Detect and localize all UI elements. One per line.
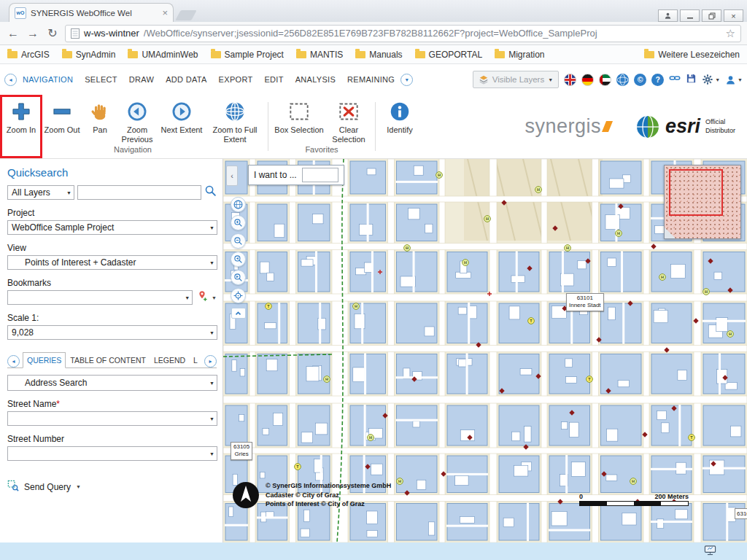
tabs-scroll-right-icon[interactable]: ▸ bbox=[204, 355, 217, 368]
scale-combobox[interactable]: 9,028▼ bbox=[7, 325, 217, 340]
bookmark-folder-geoportal[interactable]: GEOPORTAL bbox=[415, 50, 483, 60]
back-button[interactable]: ← bbox=[6, 27, 20, 40]
flag-germany-icon[interactable] bbox=[581, 74, 594, 86]
project-dropdown[interactable]: WebOffice Sample Project▼ bbox=[7, 220, 217, 235]
tab-analysis[interactable]: ANALYSIS bbox=[295, 75, 336, 84]
zoom-out-button[interactable]: Zoom Out bbox=[41, 95, 83, 135]
user-menu-button[interactable]: ▼ bbox=[725, 74, 743, 85]
bookmark-folder-migration[interactable]: Migration bbox=[495, 50, 544, 60]
box-selection-button[interactable]: Box Selection bbox=[272, 95, 326, 135]
bookmark-folder-umadminweb[interactable]: UMAdminWeb bbox=[128, 50, 198, 60]
street-name-combobox[interactable]: ▼ bbox=[7, 411, 217, 426]
tabs-scroll-left-icon[interactable]: ◂ bbox=[7, 355, 20, 368]
restore-button[interactable] bbox=[702, 9, 721, 22]
bookmark-star-icon[interactable]: ☆ bbox=[726, 27, 735, 40]
quicksearch-input[interactable] bbox=[77, 185, 201, 200]
bookmark-folder-sample-project[interactable]: Sample Project bbox=[211, 50, 284, 60]
bookmark-folder-manuals[interactable]: Manuals bbox=[355, 50, 402, 60]
chevron-down-icon: ▼ bbox=[209, 260, 214, 265]
bookmark-folder-synadmin[interactable]: SynAdmin bbox=[62, 50, 116, 60]
zoom-to-full-extent-button[interactable]: Zoom to Full Extent bbox=[206, 95, 264, 144]
help-icon[interactable]: ? bbox=[651, 74, 664, 86]
folder-icon bbox=[211, 51, 221, 58]
layer-filter-dropdown[interactable]: All Layers▼ bbox=[7, 185, 74, 200]
tab-truncated[interactable]: L bbox=[190, 353, 201, 368]
clear-selection-button[interactable]: Clear Selection bbox=[326, 95, 371, 144]
next-extent-button[interactable]: Next Extent bbox=[158, 95, 206, 135]
chevron-down-icon[interactable]: ▼ bbox=[76, 484, 81, 489]
identify-button[interactable]: Identify bbox=[379, 95, 420, 135]
copyright-icon[interactable]: © bbox=[634, 74, 646, 86]
flag-uae-icon[interactable] bbox=[599, 74, 611, 86]
pan-button[interactable]: Pan bbox=[83, 95, 117, 135]
tab-draw[interactable]: DRAW bbox=[129, 75, 154, 84]
search-icon[interactable] bbox=[204, 184, 217, 200]
flag-uk-icon[interactable] bbox=[564, 74, 576, 86]
zoom-previous-button[interactable]: Zoom Previous bbox=[117, 95, 158, 144]
map-zoom-next-icon[interactable] bbox=[231, 270, 246, 285]
sidebar-collapse-button[interactable]: ‹ bbox=[226, 166, 238, 186]
tab-select[interactable]: SELECT bbox=[85, 75, 117, 84]
queries-panel: Address Search▼ Street Name* ▼ Street Nu… bbox=[7, 368, 217, 494]
next-extent-icon bbox=[171, 100, 192, 123]
profile-button[interactable] bbox=[658, 9, 678, 22]
tab-export[interactable]: EXPORT bbox=[219, 75, 253, 84]
overview-toggle-button[interactable] bbox=[665, 228, 676, 238]
ribbon-collapse-icon[interactable]: ◂ bbox=[4, 74, 17, 86]
bookmark-folder-mantis[interactable]: MANTIS bbox=[296, 50, 343, 60]
minimize-button[interactable] bbox=[680, 9, 700, 22]
close-button[interactable]: × bbox=[724, 9, 743, 22]
browser-tab[interactable]: wO SYNERGIS WebOffice Wel × bbox=[9, 3, 174, 22]
browser-addressbar: ← → ↻ w-ws-wintner/WebOffice/synserver;j… bbox=[0, 22, 747, 45]
add-bookmark-pin-icon[interactable] bbox=[196, 290, 208, 305]
tab-close-icon[interactable]: × bbox=[162, 8, 168, 18]
chevron-down-icon: ▼ bbox=[548, 77, 553, 82]
street-name-label: Street Name* bbox=[7, 399, 217, 409]
new-tab-button[interactable] bbox=[175, 10, 196, 20]
view-dropdown[interactable]: Points of Interest + Cadaster▼ bbox=[7, 255, 217, 270]
map-tools-collapse-icon[interactable] bbox=[231, 308, 246, 319]
tab-remaining[interactable]: REMAINING bbox=[347, 75, 395, 84]
chevron-down-icon[interactable]: ▼ bbox=[212, 295, 217, 300]
globe-icon[interactable] bbox=[616, 74, 629, 86]
street-number-combobox[interactable]: ▼ bbox=[7, 446, 217, 461]
overview-map[interactable] bbox=[664, 165, 741, 239]
zoom-in-button[interactable]: Zoom In bbox=[1, 95, 41, 135]
map-zoom-previous-icon[interactable] bbox=[231, 252, 246, 267]
bookmarks-dropdown[interactable]: ▼ bbox=[7, 290, 193, 305]
bookmark-folder-arcgis[interactable]: ArcGIS bbox=[7, 50, 50, 60]
tab-table-of-content[interactable]: TABLE OF CONTENT bbox=[66, 353, 150, 368]
map-overview-globe-icon[interactable] bbox=[231, 197, 246, 212]
send-query-button[interactable]: Send Query ▼ bbox=[7, 480, 217, 494]
settings-gear-button[interactable]: ▼ bbox=[702, 74, 720, 85]
tab-edit[interactable]: EDIT bbox=[264, 75, 283, 84]
next-extent-label: Next Extent bbox=[161, 125, 203, 135]
query-type-dropdown[interactable]: Address Search▼ bbox=[7, 375, 217, 391]
i-want-to-button[interactable]: I want to ... bbox=[248, 165, 344, 185]
map-zoom-out-icon[interactable] bbox=[231, 233, 246, 249]
svg-text:H: H bbox=[566, 246, 569, 250]
presentation-display-icon[interactable] bbox=[704, 545, 716, 559]
link-icon[interactable] bbox=[669, 72, 681, 87]
bookmark-label: SynAdmin bbox=[76, 50, 116, 60]
map-viewport[interactable]: HHHHHHHHHHHHTTHTTTHH ‹ I want to ... 631… bbox=[223, 159, 747, 542]
tab-queries[interactable]: QUERIES bbox=[23, 352, 66, 368]
other-bookmarks-button[interactable]: Weitere Lesezeichen bbox=[644, 50, 740, 60]
tab-navigation[interactable]: NAVIGATION bbox=[23, 75, 73, 84]
zoom-in-label: Zoom In bbox=[7, 125, 36, 135]
toolbar-separator bbox=[375, 102, 376, 151]
map-center-crosshair-icon[interactable] bbox=[231, 288, 246, 303]
address-bar-input[interactable]: w-ws-wintner/WebOffice/synserver;jsessio… bbox=[65, 25, 741, 42]
ribbon-more-icon[interactable]: ▾ bbox=[400, 74, 413, 86]
overview-extent-rectangle[interactable] bbox=[669, 169, 723, 216]
save-icon[interactable] bbox=[686, 73, 697, 87]
tab-add-data[interactable]: ADD DATA bbox=[166, 75, 206, 84]
reload-button[interactable]: ↻ bbox=[45, 26, 60, 40]
tab-legend[interactable]: LEGEND bbox=[150, 353, 189, 368]
i-want-to-input[interactable] bbox=[302, 168, 338, 182]
synergis-mark-icon bbox=[602, 121, 613, 132]
forward-button[interactable]: → bbox=[26, 27, 40, 40]
visible-layers-button[interactable]: Visible Layers ▼ bbox=[473, 71, 559, 88]
map-zoom-in-icon[interactable] bbox=[231, 215, 246, 230]
scalebar-distance: 200 Meters bbox=[654, 493, 689, 500]
